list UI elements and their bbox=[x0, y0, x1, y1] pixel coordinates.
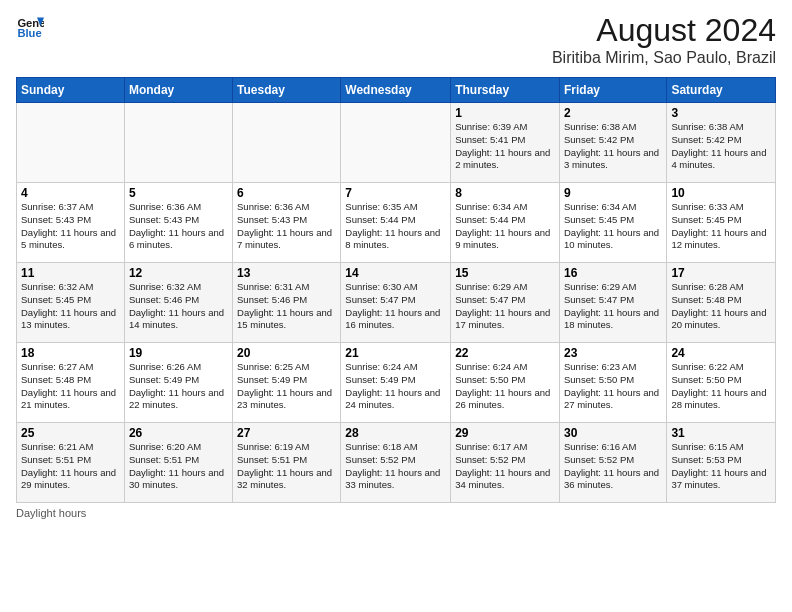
day-info: Sunrise: 6:16 AM Sunset: 5:52 PM Dayligh… bbox=[564, 441, 662, 492]
calendar-table: SundayMondayTuesdayWednesdayThursdayFrid… bbox=[16, 77, 776, 503]
logo: General Blue bbox=[16, 12, 44, 40]
calendar-week-row: 4Sunrise: 6:37 AM Sunset: 5:43 PM Daylig… bbox=[17, 183, 776, 263]
day-info: Sunrise: 6:31 AM Sunset: 5:46 PM Dayligh… bbox=[237, 281, 336, 332]
day-info: Sunrise: 6:22 AM Sunset: 5:50 PM Dayligh… bbox=[671, 361, 771, 412]
day-number: 9 bbox=[564, 186, 662, 200]
calendar-cell: 8Sunrise: 6:34 AM Sunset: 5:44 PM Daylig… bbox=[451, 183, 560, 263]
logo-icon: General Blue bbox=[16, 12, 44, 40]
day-number: 6 bbox=[237, 186, 336, 200]
day-info: Sunrise: 6:18 AM Sunset: 5:52 PM Dayligh… bbox=[345, 441, 446, 492]
day-number: 25 bbox=[21, 426, 120, 440]
calendar-cell: 7Sunrise: 6:35 AM Sunset: 5:44 PM Daylig… bbox=[341, 183, 451, 263]
day-number: 23 bbox=[564, 346, 662, 360]
day-number: 30 bbox=[564, 426, 662, 440]
day-number: 28 bbox=[345, 426, 446, 440]
day-info: Sunrise: 6:30 AM Sunset: 5:47 PM Dayligh… bbox=[345, 281, 446, 332]
calendar-cell: 15Sunrise: 6:29 AM Sunset: 5:47 PM Dayli… bbox=[451, 263, 560, 343]
day-number: 18 bbox=[21, 346, 120, 360]
calendar-cell: 27Sunrise: 6:19 AM Sunset: 5:51 PM Dayli… bbox=[233, 423, 341, 503]
calendar-cell: 25Sunrise: 6:21 AM Sunset: 5:51 PM Dayli… bbox=[17, 423, 125, 503]
calendar-cell: 2Sunrise: 6:38 AM Sunset: 5:42 PM Daylig… bbox=[559, 103, 666, 183]
calendar-cell: 26Sunrise: 6:20 AM Sunset: 5:51 PM Dayli… bbox=[124, 423, 232, 503]
calendar-cell: 1Sunrise: 6:39 AM Sunset: 5:41 PM Daylig… bbox=[451, 103, 560, 183]
calendar-cell: 20Sunrise: 6:25 AM Sunset: 5:49 PM Dayli… bbox=[233, 343, 341, 423]
calendar-cell: 16Sunrise: 6:29 AM Sunset: 5:47 PM Dayli… bbox=[559, 263, 666, 343]
day-number: 8 bbox=[455, 186, 555, 200]
calendar-cell: 9Sunrise: 6:34 AM Sunset: 5:45 PM Daylig… bbox=[559, 183, 666, 263]
day-info: Sunrise: 6:24 AM Sunset: 5:50 PM Dayligh… bbox=[455, 361, 555, 412]
day-info: Sunrise: 6:19 AM Sunset: 5:51 PM Dayligh… bbox=[237, 441, 336, 492]
calendar-cell: 4Sunrise: 6:37 AM Sunset: 5:43 PM Daylig… bbox=[17, 183, 125, 263]
day-number: 29 bbox=[455, 426, 555, 440]
day-number: 20 bbox=[237, 346, 336, 360]
day-number: 13 bbox=[237, 266, 336, 280]
calendar-week-row: 25Sunrise: 6:21 AM Sunset: 5:51 PM Dayli… bbox=[17, 423, 776, 503]
calendar-day-header: Monday bbox=[124, 78, 232, 103]
day-number: 16 bbox=[564, 266, 662, 280]
day-number: 7 bbox=[345, 186, 446, 200]
day-info: Sunrise: 6:38 AM Sunset: 5:42 PM Dayligh… bbox=[564, 121, 662, 172]
title-section: August 2024 Biritiba Mirim, Sao Paulo, B… bbox=[552, 12, 776, 67]
calendar-day-header: Saturday bbox=[667, 78, 776, 103]
day-number: 1 bbox=[455, 106, 555, 120]
day-number: 26 bbox=[129, 426, 228, 440]
calendar-cell: 5Sunrise: 6:36 AM Sunset: 5:43 PM Daylig… bbox=[124, 183, 232, 263]
day-info: Sunrise: 6:32 AM Sunset: 5:45 PM Dayligh… bbox=[21, 281, 120, 332]
calendar-cell: 11Sunrise: 6:32 AM Sunset: 5:45 PM Dayli… bbox=[17, 263, 125, 343]
calendar-cell: 31Sunrise: 6:15 AM Sunset: 5:53 PM Dayli… bbox=[667, 423, 776, 503]
day-number: 31 bbox=[671, 426, 771, 440]
calendar-cell: 6Sunrise: 6:36 AM Sunset: 5:43 PM Daylig… bbox=[233, 183, 341, 263]
calendar-cell bbox=[341, 103, 451, 183]
day-number: 5 bbox=[129, 186, 228, 200]
calendar-week-row: 1Sunrise: 6:39 AM Sunset: 5:41 PM Daylig… bbox=[17, 103, 776, 183]
day-info: Sunrise: 6:15 AM Sunset: 5:53 PM Dayligh… bbox=[671, 441, 771, 492]
calendar-cell: 12Sunrise: 6:32 AM Sunset: 5:46 PM Dayli… bbox=[124, 263, 232, 343]
calendar-cell: 17Sunrise: 6:28 AM Sunset: 5:48 PM Dayli… bbox=[667, 263, 776, 343]
day-info: Sunrise: 6:36 AM Sunset: 5:43 PM Dayligh… bbox=[237, 201, 336, 252]
day-info: Sunrise: 6:34 AM Sunset: 5:44 PM Dayligh… bbox=[455, 201, 555, 252]
calendar-cell: 19Sunrise: 6:26 AM Sunset: 5:49 PM Dayli… bbox=[124, 343, 232, 423]
day-number: 3 bbox=[671, 106, 771, 120]
day-number: 11 bbox=[21, 266, 120, 280]
day-info: Sunrise: 6:35 AM Sunset: 5:44 PM Dayligh… bbox=[345, 201, 446, 252]
calendar-cell: 22Sunrise: 6:24 AM Sunset: 5:50 PM Dayli… bbox=[451, 343, 560, 423]
day-info: Sunrise: 6:20 AM Sunset: 5:51 PM Dayligh… bbox=[129, 441, 228, 492]
calendar-cell: 13Sunrise: 6:31 AM Sunset: 5:46 PM Dayli… bbox=[233, 263, 341, 343]
calendar-cell bbox=[124, 103, 232, 183]
calendar-cell: 10Sunrise: 6:33 AM Sunset: 5:45 PM Dayli… bbox=[667, 183, 776, 263]
day-info: Sunrise: 6:17 AM Sunset: 5:52 PM Dayligh… bbox=[455, 441, 555, 492]
day-info: Sunrise: 6:26 AM Sunset: 5:49 PM Dayligh… bbox=[129, 361, 228, 412]
calendar-day-header: Thursday bbox=[451, 78, 560, 103]
day-info: Sunrise: 6:29 AM Sunset: 5:47 PM Dayligh… bbox=[564, 281, 662, 332]
day-number: 19 bbox=[129, 346, 228, 360]
header: General Blue August 2024 Biritiba Mirim,… bbox=[16, 12, 776, 67]
calendar-day-header: Friday bbox=[559, 78, 666, 103]
day-number: 4 bbox=[21, 186, 120, 200]
day-number: 14 bbox=[345, 266, 446, 280]
page: General Blue August 2024 Biritiba Mirim,… bbox=[0, 0, 792, 612]
day-number: 21 bbox=[345, 346, 446, 360]
footer-note: Daylight hours bbox=[16, 507, 776, 519]
calendar-cell: 23Sunrise: 6:23 AM Sunset: 5:50 PM Dayli… bbox=[559, 343, 666, 423]
day-info: Sunrise: 6:21 AM Sunset: 5:51 PM Dayligh… bbox=[21, 441, 120, 492]
day-info: Sunrise: 6:34 AM Sunset: 5:45 PM Dayligh… bbox=[564, 201, 662, 252]
calendar-cell: 21Sunrise: 6:24 AM Sunset: 5:49 PM Dayli… bbox=[341, 343, 451, 423]
day-info: Sunrise: 6:28 AM Sunset: 5:48 PM Dayligh… bbox=[671, 281, 771, 332]
calendar-cell bbox=[17, 103, 125, 183]
calendar-day-header: Sunday bbox=[17, 78, 125, 103]
calendar-day-header: Tuesday bbox=[233, 78, 341, 103]
day-info: Sunrise: 6:25 AM Sunset: 5:49 PM Dayligh… bbox=[237, 361, 336, 412]
calendar-day-header: Wednesday bbox=[341, 78, 451, 103]
day-info: Sunrise: 6:33 AM Sunset: 5:45 PM Dayligh… bbox=[671, 201, 771, 252]
day-number: 2 bbox=[564, 106, 662, 120]
calendar-cell: 28Sunrise: 6:18 AM Sunset: 5:52 PM Dayli… bbox=[341, 423, 451, 503]
day-info: Sunrise: 6:32 AM Sunset: 5:46 PM Dayligh… bbox=[129, 281, 228, 332]
calendar-cell: 3Sunrise: 6:38 AM Sunset: 5:42 PM Daylig… bbox=[667, 103, 776, 183]
day-number: 22 bbox=[455, 346, 555, 360]
day-info: Sunrise: 6:27 AM Sunset: 5:48 PM Dayligh… bbox=[21, 361, 120, 412]
day-number: 12 bbox=[129, 266, 228, 280]
calendar-cell bbox=[233, 103, 341, 183]
calendar-cell: 14Sunrise: 6:30 AM Sunset: 5:47 PM Dayli… bbox=[341, 263, 451, 343]
day-number: 10 bbox=[671, 186, 771, 200]
day-number: 15 bbox=[455, 266, 555, 280]
